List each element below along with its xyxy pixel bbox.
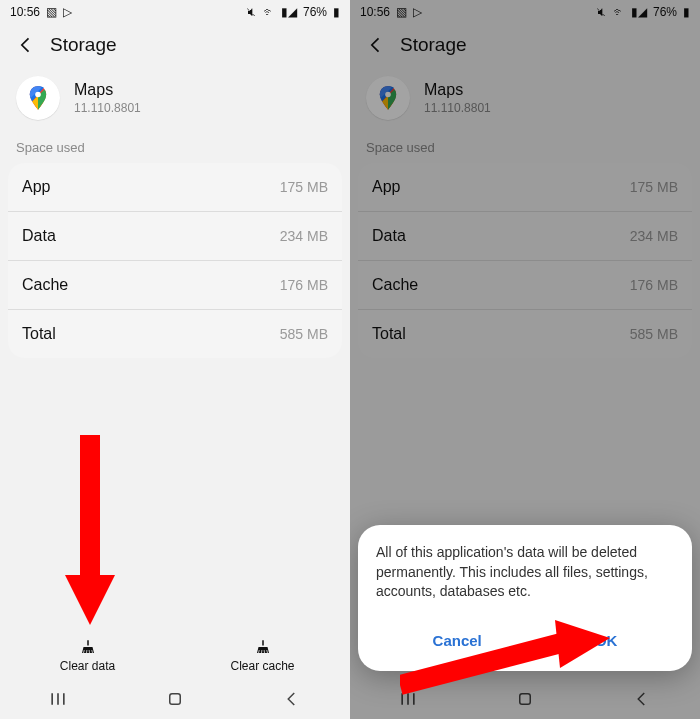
row-value: 176 MB: [280, 277, 328, 293]
section-label: Space used: [0, 140, 350, 163]
row-label: Data: [372, 227, 406, 245]
row-value: 234 MB: [630, 228, 678, 244]
action-label: Clear data: [60, 659, 115, 673]
back-button[interactable]: [16, 35, 36, 55]
status-time: 10:56: [360, 5, 390, 19]
broom-icon: [79, 638, 97, 656]
svg-point-4: [385, 92, 391, 98]
row-label: App: [22, 178, 50, 196]
row-label: Data: [22, 227, 56, 245]
row-value: 585 MB: [280, 326, 328, 342]
confirm-dialog: All of this application's data will be d…: [358, 525, 692, 671]
status-bar: 10:56 ▧ ▷ 🔇︎ ᯤ ▮◢ 76% ▮: [0, 0, 350, 24]
status-bar: 10:56 ▧ ▷ 🔇︎ ᯤ ▮◢ 76% ▮: [350, 0, 700, 24]
wifi-icon: ᯤ: [613, 6, 625, 18]
bottom-actions: Clear data Clear cache: [0, 628, 350, 679]
app-version: 11.110.8801: [74, 101, 141, 115]
storage-card: App 175 MB Data 234 MB Cache 176 MB Tota…: [8, 163, 342, 358]
row-label: Total: [22, 325, 56, 343]
row-cache: Cache 176 MB: [358, 261, 692, 310]
clear-data-button[interactable]: Clear data: [0, 628, 175, 679]
app-info-row: Maps 11.110.8801: [0, 68, 350, 140]
app-version: 11.110.8801: [424, 101, 491, 115]
header: Storage: [350, 24, 700, 68]
svg-marker-3: [65, 575, 115, 625]
app-info-row: Maps 11.110.8801: [350, 68, 700, 140]
row-app: App 175 MB: [358, 163, 692, 212]
broom-icon: [254, 638, 272, 656]
play-store-icon: ▷: [63, 6, 72, 18]
row-value: 175 MB: [280, 179, 328, 195]
mute-icon: 🔇︎: [595, 6, 607, 18]
action-label: Clear cache: [230, 659, 294, 673]
app-icon: [366, 76, 410, 120]
app-icon: [16, 76, 60, 120]
row-app: App 175 MB: [8, 163, 342, 212]
cancel-button[interactable]: Cancel: [415, 624, 500, 657]
page-title: Storage: [50, 34, 117, 56]
row-value: 585 MB: [630, 326, 678, 342]
play-store-icon: ▷: [413, 6, 422, 18]
row-label: Cache: [22, 276, 68, 294]
row-cache: Cache 176 MB: [8, 261, 342, 310]
home-button[interactable]: [514, 688, 536, 710]
back-button[interactable]: [366, 35, 386, 55]
annotation-arrow-icon: [60, 435, 120, 635]
signal-icon: ▮◢: [281, 6, 297, 18]
svg-rect-1: [170, 694, 181, 705]
recents-button[interactable]: [397, 688, 419, 710]
nav-back-button[interactable]: [281, 688, 303, 710]
phone-right: 10:56 ▧ ▷ 🔇︎ ᯤ ▮◢ 76% ▮ Storage: [350, 0, 700, 719]
ok-button[interactable]: OK: [577, 624, 636, 657]
navigation-bar: [350, 679, 700, 719]
row-value: 175 MB: [630, 179, 678, 195]
app-name: Maps: [74, 81, 141, 99]
mute-icon: 🔇︎: [245, 6, 257, 18]
row-total: Total 585 MB: [358, 310, 692, 358]
row-total: Total 585 MB: [8, 310, 342, 358]
row-value: 176 MB: [630, 277, 678, 293]
clear-cache-button[interactable]: Clear cache: [175, 628, 350, 679]
status-time: 10:56: [10, 5, 40, 19]
battery-icon: ▮: [333, 6, 340, 18]
home-button[interactable]: [164, 688, 186, 710]
nav-back-button[interactable]: [631, 688, 653, 710]
row-label: App: [372, 178, 400, 196]
svg-point-0: [35, 92, 41, 98]
dialog-message: All of this application's data will be d…: [376, 543, 674, 602]
header: Storage: [0, 24, 350, 68]
row-label: Cache: [372, 276, 418, 294]
page-title: Storage: [400, 34, 467, 56]
recents-button[interactable]: [47, 688, 69, 710]
row-data: Data 234 MB: [358, 212, 692, 261]
wifi-icon: ᯤ: [263, 6, 275, 18]
row-value: 234 MB: [280, 228, 328, 244]
row-label: Total: [372, 325, 406, 343]
row-data: Data 234 MB: [8, 212, 342, 261]
signal-icon: ▮◢: [631, 6, 647, 18]
status-battery-pct: 76%: [653, 5, 677, 19]
status-battery-pct: 76%: [303, 5, 327, 19]
navigation-bar: [0, 679, 350, 719]
storage-card: App 175 MB Data 234 MB Cache 176 MB Tota…: [358, 163, 692, 358]
picture-icon: ▧: [396, 6, 407, 18]
app-name: Maps: [424, 81, 491, 99]
svg-rect-5: [520, 694, 531, 705]
section-label: Space used: [350, 140, 700, 163]
phone-left: 10:56 ▧ ▷ 🔇︎ ᯤ ▮◢ 76% ▮ Storage: [0, 0, 350, 719]
battery-icon: ▮: [683, 6, 690, 18]
picture-icon: ▧: [46, 6, 57, 18]
